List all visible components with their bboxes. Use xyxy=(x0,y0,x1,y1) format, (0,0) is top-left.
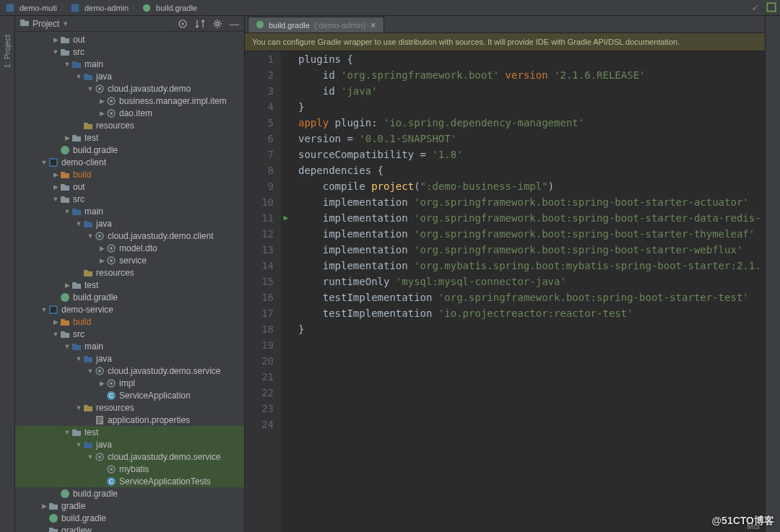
tree-arrow-icon[interactable] xyxy=(51,171,60,178)
tree-row[interactable]: main xyxy=(15,205,244,217)
tree-row[interactable]: out xyxy=(15,180,244,193)
tree-label: src xyxy=(73,194,84,204)
tree-arrow-icon[interactable] xyxy=(40,159,48,166)
target-icon[interactable] xyxy=(178,19,188,29)
tree-row[interactable]: test xyxy=(15,279,244,291)
tree-arrow-icon[interactable] xyxy=(51,331,60,338)
tree-arrow-icon[interactable] xyxy=(51,318,60,326)
breadcrumb-item[interactable]: demo-muti xyxy=(20,4,57,12)
tree-row[interactable]: mybatis xyxy=(15,463,244,475)
tree-arrow-icon[interactable] xyxy=(74,73,83,80)
tree-row[interactable]: resources xyxy=(15,119,244,131)
tree-row[interactable]: demo-client xyxy=(15,156,244,168)
tree-row[interactable]: dao.item xyxy=(15,107,244,119)
svg-rect-1 xyxy=(72,4,79,11)
tree-arrow-icon[interactable] xyxy=(63,429,72,436)
editor-tab[interactable]: build.gradle (:demo-admin) × xyxy=(248,17,384,32)
tree-arrow-icon[interactable] xyxy=(63,61,72,68)
tree-arrow-icon[interactable] xyxy=(74,220,83,227)
tree-row[interactable]: build.gradle xyxy=(15,487,244,500)
tree-arrow-icon[interactable] xyxy=(63,282,72,289)
breadcrumb-item[interactable]: demo-admin xyxy=(84,4,129,12)
chevron-down-icon[interactable]: ▼ xyxy=(62,20,69,27)
close-icon[interactable]: × xyxy=(370,19,376,31)
tree-row[interactable]: build.gradle xyxy=(15,512,244,524)
gear-icon[interactable] xyxy=(212,19,222,29)
tree-arrow-icon[interactable] xyxy=(98,97,106,105)
tree-row[interactable]: gradle xyxy=(15,500,244,512)
code-editor[interactable]: 123456789101112131415161718192021222324 … xyxy=(245,51,765,532)
expand-icon[interactable] xyxy=(766,1,777,13)
code-content[interactable]: plugins { id 'org.springframework.boot' … xyxy=(291,51,765,532)
tree-arrow-icon[interactable] xyxy=(63,208,72,215)
tree-arrow-icon[interactable] xyxy=(63,343,72,350)
tree-arrow-icon[interactable] xyxy=(98,380,106,387)
tree-row[interactable]: test xyxy=(15,426,244,438)
tree-label: test xyxy=(84,133,98,143)
folder-b-icon xyxy=(83,440,93,450)
tree-row[interactable]: build xyxy=(15,168,244,180)
tree-row[interactable]: src xyxy=(15,193,244,205)
tree-row[interactable]: business.manager.impl.item xyxy=(15,95,244,107)
tree-arrow-icon[interactable] xyxy=(86,453,95,461)
gradle-icon xyxy=(60,292,70,302)
tree-row[interactable]: out xyxy=(15,33,244,45)
tree-row[interactable]: gradlew xyxy=(15,524,244,532)
tree-arrow-icon[interactable] xyxy=(86,232,95,240)
tree-arrow-icon[interactable] xyxy=(51,48,60,56)
tree-row[interactable]: test xyxy=(15,131,244,144)
fold-gutter[interactable] xyxy=(281,51,291,532)
tree-arrow-icon[interactable] xyxy=(74,355,83,362)
tree-arrow-icon[interactable] xyxy=(74,441,83,448)
tree-row[interactable]: resources xyxy=(15,401,244,414)
project-tool-tab[interactable]: 1: Project xyxy=(3,30,12,72)
tree-row[interactable]: demo-service xyxy=(15,303,244,315)
tree-row[interactable]: CServiceApplicationTests xyxy=(15,475,244,487)
tree-row[interactable]: cloud.javastudy.demo.service xyxy=(15,450,244,463)
tree-row[interactable]: java xyxy=(15,438,244,450)
module-icon xyxy=(48,157,58,167)
tree-arrow-icon[interactable] xyxy=(51,196,60,203)
tree-arrow-icon[interactable] xyxy=(98,257,106,264)
tree-arrow-icon[interactable] xyxy=(63,134,72,141)
panel-title: Project xyxy=(32,19,59,29)
line-gutter[interactable]: 123456789101112131415161718192021222324 xyxy=(245,51,281,532)
tree-row[interactable]: src xyxy=(15,328,244,340)
tree-row[interactable]: cloud.javastudy.demo xyxy=(15,82,244,95)
tree-arrow-icon[interactable] xyxy=(86,85,95,92)
tree-row[interactable]: impl xyxy=(15,377,244,389)
tree-row[interactable]: main xyxy=(15,58,244,70)
notification-bar[interactable]: You can configure Gradle wrapper to use … xyxy=(245,33,765,51)
tree-row[interactable]: service xyxy=(15,254,244,266)
tree-row[interactable]: java xyxy=(15,352,244,365)
tree-row[interactable]: model.dto xyxy=(15,242,244,254)
package-icon xyxy=(95,84,105,94)
tree-arrow-icon[interactable] xyxy=(40,502,48,510)
sort-icon[interactable] xyxy=(195,19,205,29)
tree-arrow-icon[interactable] xyxy=(86,367,95,375)
tree-row[interactable]: main xyxy=(15,340,244,352)
tree-arrow-icon[interactable] xyxy=(74,404,83,411)
tree-row[interactable]: application.properties xyxy=(15,414,244,426)
collapse-icon[interactable]: ↙ xyxy=(750,1,761,13)
tree-row[interactable]: resources xyxy=(15,266,244,279)
tree-row[interactable]: build.gradle xyxy=(15,144,244,156)
tree-row[interactable]: java xyxy=(15,70,244,82)
folder-g-icon xyxy=(60,47,70,57)
project-tree[interactable]: outsrcmainjavacloud.javastudy.demobusine… xyxy=(15,32,244,532)
tree-arrow-icon[interactable] xyxy=(98,245,106,252)
tree-arrow-icon[interactable] xyxy=(40,306,48,313)
tree-arrow-icon[interactable] xyxy=(51,36,60,43)
tree-row[interactable]: build.gradle xyxy=(15,291,244,303)
tree-row[interactable]: CServiceApplication xyxy=(15,389,244,401)
breadcrumb-item[interactable]: build.gradle xyxy=(156,4,197,12)
tree-arrow-icon[interactable] xyxy=(51,183,60,191)
tree-label: gradlew xyxy=(61,526,92,533)
tree-row[interactable]: src xyxy=(15,45,244,58)
tree-row[interactable]: java xyxy=(15,217,244,230)
tree-row[interactable]: cloud.javastudy.demo.service xyxy=(15,365,244,377)
tree-row[interactable]: build xyxy=(15,315,244,328)
tree-arrow-icon[interactable] xyxy=(98,110,106,117)
tree-row[interactable]: cloud.javastudy.demo.client xyxy=(15,230,244,242)
hide-icon[interactable]: — xyxy=(230,19,240,29)
